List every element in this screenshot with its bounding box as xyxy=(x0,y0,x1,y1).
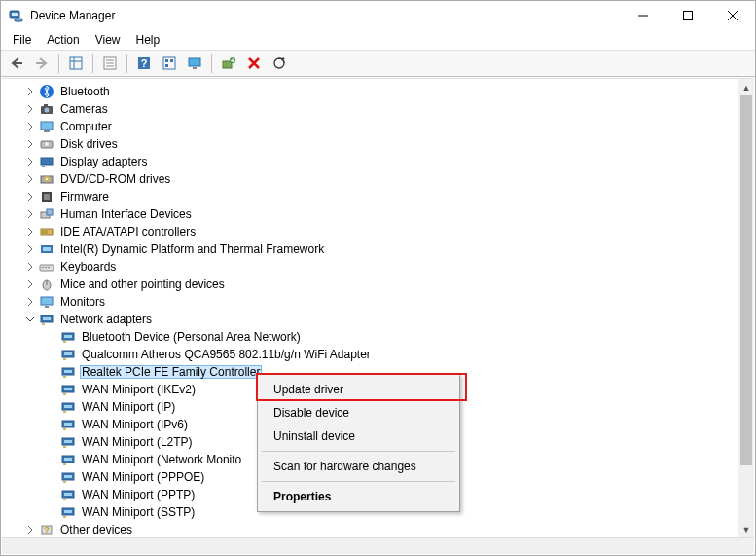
chevron-right-icon[interactable] xyxy=(23,83,37,100)
bluetooth-icon xyxy=(39,84,54,99)
chevron-right-icon[interactable] xyxy=(23,205,37,223)
svg-rect-32 xyxy=(44,104,48,106)
tree-item-dvd[interactable]: DVD/CD-ROM drives xyxy=(6,170,754,188)
chevron-right-icon[interactable] xyxy=(23,223,37,241)
chevron-right-icon[interactable] xyxy=(23,258,37,276)
ctx-update-driver[interactable]: Update driver xyxy=(260,378,457,401)
tree-item-net-qca[interactable]: Qualcomm Atheros QCA9565 802.11b/g/n WiF… xyxy=(6,346,754,363)
add-legacy-hardware-button[interactable]: + xyxy=(217,52,240,75)
menu-file[interactable]: File xyxy=(5,31,39,49)
intel-dptf-icon xyxy=(39,241,54,257)
minimize-button[interactable] xyxy=(621,1,666,30)
tree-label: Qualcomm Atheros QCA9565 802.11b/g/n WiF… xyxy=(80,348,373,361)
horizontal-scrollbar[interactable] xyxy=(2,537,754,554)
tree-item-mice[interactable]: Mice and other pointing devices xyxy=(6,276,754,293)
tree-item-hid[interactable]: Human Interface Devices xyxy=(6,205,754,223)
scan-hardware-button[interactable] xyxy=(268,52,291,75)
network-adapter-icon xyxy=(39,312,54,327)
tree-label: Network adapters xyxy=(58,313,154,326)
vertical-scrollbar[interactable]: ▲ ▼ xyxy=(738,79,754,537)
window-title: Device Manager xyxy=(30,9,621,22)
monitor-settings-button[interactable] xyxy=(183,52,206,75)
help-button[interactable]: ? xyxy=(132,52,156,75)
chevron-down-icon[interactable] xyxy=(23,311,37,328)
tree-item-net-bluetooth[interactable]: Bluetooth Device (Personal Area Network) xyxy=(6,328,754,346)
tree-label: Other devices xyxy=(58,523,134,537)
svg-rect-85 xyxy=(64,458,72,461)
forward-button[interactable] xyxy=(30,52,54,75)
tree-label: IDE ATA/ATAPI controllers xyxy=(58,225,198,239)
chevron-right-icon[interactable] xyxy=(23,135,37,153)
tree-item-network-adapters[interactable]: Network adapters xyxy=(6,311,754,328)
svg-text:?: ? xyxy=(44,525,50,535)
svg-rect-33 xyxy=(41,122,53,130)
tree-item-disk-drives[interactable]: Disk drives xyxy=(6,135,754,153)
chevron-right-icon[interactable] xyxy=(23,276,37,293)
tree-label: Keyboards xyxy=(58,260,118,274)
menu-view[interactable]: View xyxy=(88,31,128,49)
monitor-icon xyxy=(39,294,54,310)
svg-rect-73 xyxy=(64,388,72,390)
uninstall-button[interactable] xyxy=(242,52,266,75)
tree-label: WAN Miniport (PPTP) xyxy=(80,488,197,501)
close-button[interactable] xyxy=(710,1,755,30)
context-menu: Update driver Disable device Uninstall d… xyxy=(257,374,460,512)
chevron-right-icon[interactable] xyxy=(23,100,37,118)
tree-item-bluetooth[interactable]: Bluetooth xyxy=(6,83,754,100)
spacer xyxy=(45,468,58,486)
chevron-right-icon[interactable] xyxy=(23,241,37,258)
devices-by-type-button[interactable] xyxy=(158,52,181,75)
ctx-scan-hardware[interactable]: Scan for hardware changes xyxy=(260,455,457,478)
svg-rect-77 xyxy=(63,411,66,413)
show-hidden-button[interactable] xyxy=(64,52,88,75)
network-adapter-icon xyxy=(60,417,76,432)
tree-item-monitors[interactable]: Monitors xyxy=(6,293,754,311)
toolbar-separator xyxy=(126,54,127,73)
scrollbar-thumb[interactable] xyxy=(740,95,752,465)
tree-label: Firmware xyxy=(58,190,111,204)
tree-item-computer[interactable]: Computer xyxy=(6,118,754,135)
svg-rect-67 xyxy=(64,352,72,355)
spacer xyxy=(45,363,58,381)
svg-rect-64 xyxy=(64,335,72,338)
chevron-right-icon[interactable] xyxy=(23,521,37,538)
scroll-down-icon[interactable]: ▼ xyxy=(738,521,754,537)
menu-action[interactable]: Action xyxy=(39,31,87,49)
network-adapter-icon xyxy=(60,452,76,467)
spacer xyxy=(45,451,58,468)
chevron-right-icon[interactable] xyxy=(23,118,37,135)
back-button[interactable] xyxy=(5,52,28,75)
tree-item-other-devices[interactable]: ? Other devices xyxy=(6,521,754,538)
svg-rect-21 xyxy=(165,64,168,67)
app-icon xyxy=(9,8,24,23)
tree-label: DVD/CD-ROM drives xyxy=(58,172,172,186)
ctx-disable-device[interactable]: Disable device xyxy=(260,401,457,425)
chevron-right-icon[interactable] xyxy=(23,153,37,170)
tree-item-keyboards[interactable]: Keyboards xyxy=(6,258,754,276)
scroll-up-icon[interactable]: ▲ xyxy=(738,79,754,95)
svg-rect-61 xyxy=(43,317,51,320)
chevron-right-icon[interactable] xyxy=(23,188,37,205)
chevron-right-icon[interactable] xyxy=(23,170,37,188)
svg-rect-71 xyxy=(63,376,66,378)
tree-item-firmware[interactable]: Firmware xyxy=(6,188,754,205)
spacer xyxy=(45,486,58,503)
tree-item-ide[interactable]: IDE ATA/ATAPI controllers xyxy=(6,223,754,241)
ctx-properties[interactable]: Properties xyxy=(260,485,457,508)
properties-button[interactable] xyxy=(98,52,122,75)
svg-rect-59 xyxy=(45,306,49,308)
network-adapter-icon xyxy=(60,434,76,450)
menu-help[interactable]: Help xyxy=(128,31,168,49)
chevron-right-icon[interactable] xyxy=(23,293,37,311)
spacer xyxy=(45,416,58,433)
svg-rect-76 xyxy=(64,405,72,408)
tree-item-intel-dptf[interactable]: Intel(R) Dynamic Platform and Thermal Fr… xyxy=(6,241,754,258)
maximize-button[interactable] xyxy=(666,1,710,30)
svg-rect-55 xyxy=(48,267,50,268)
tree-item-cameras[interactable]: Cameras xyxy=(6,100,754,118)
network-adapter-icon xyxy=(60,504,76,520)
ctx-uninstall-device[interactable]: Uninstall device xyxy=(260,425,457,448)
tree-item-display-adapters[interactable]: Display adapters xyxy=(6,153,754,170)
svg-point-36 xyxy=(45,142,49,146)
svg-rect-79 xyxy=(64,423,72,426)
